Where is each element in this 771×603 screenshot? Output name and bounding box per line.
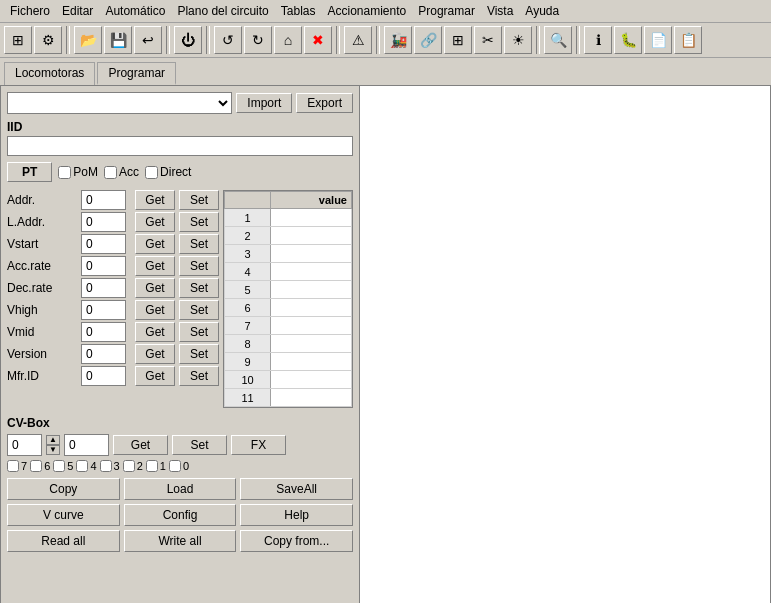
cvbox-num-input[interactable] [7, 434, 42, 456]
menu-ayuda[interactable]: Ayuda [519, 2, 565, 20]
load-button[interactable]: Load [124, 478, 237, 500]
toolbar-btn-folder[interactable]: 📂 [74, 26, 102, 54]
toolbar-btn-power[interactable]: ⏻ [174, 26, 202, 54]
toolbar-btn-cut[interactable]: ✂ [474, 26, 502, 54]
cv-get-button[interactable]: Get [135, 344, 175, 364]
cv-set-button[interactable]: Set [179, 322, 219, 342]
toolbar-btn-2[interactable]: ⚙ [34, 26, 62, 54]
toolbar-btn-loco[interactable]: 🚂 [384, 26, 412, 54]
table-row[interactable]: 6 [225, 299, 352, 317]
cv-get-button[interactable]: Get [135, 366, 175, 386]
toolbar-btn-info[interactable]: ℹ [584, 26, 612, 54]
menu-fichero[interactable]: Fichero [4, 2, 56, 20]
bit-checkbox[interactable] [169, 460, 181, 472]
menu-automatico[interactable]: Automático [99, 2, 171, 20]
bit-checkbox[interactable] [146, 460, 158, 472]
bit-checkbox[interactable] [123, 460, 135, 472]
cvbox-get-button[interactable]: Get [113, 435, 168, 455]
tab-programar[interactable]: Programar [97, 62, 176, 85]
acc-checkbox-label[interactable]: Acc [104, 165, 139, 179]
cv-set-button[interactable]: Set [179, 344, 219, 364]
menu-programar[interactable]: Programar [412, 2, 481, 20]
menu-vista[interactable]: Vista [481, 2, 519, 20]
bit-label[interactable]: 4 [76, 460, 96, 472]
cv-get-button[interactable]: Get [135, 212, 175, 232]
saveall-button[interactable]: SaveAll [240, 478, 353, 500]
bit-label[interactable]: 0 [169, 460, 189, 472]
table-row[interactable]: 5 [225, 281, 352, 299]
import-button[interactable]: Import [236, 93, 292, 113]
toolbar-btn-save[interactable]: 💾 [104, 26, 132, 54]
bit-label[interactable]: 5 [53, 460, 73, 472]
cv-get-button[interactable]: Get [135, 234, 175, 254]
vcurve-button[interactable]: V curve [7, 504, 120, 526]
toolbar-btn-search[interactable]: 🔍 [544, 26, 572, 54]
toolbar-btn-link[interactable]: 🔗 [414, 26, 442, 54]
cv-param-input[interactable] [81, 300, 126, 320]
config-button[interactable]: Config [124, 504, 237, 526]
cv-set-button[interactable]: Set [179, 212, 219, 232]
acc-checkbox[interactable] [104, 166, 117, 179]
toolbar-btn-doc2[interactable]: 📋 [674, 26, 702, 54]
bit-checkbox[interactable] [30, 460, 42, 472]
cv-param-input[interactable] [81, 322, 126, 342]
cv-set-button[interactable]: Set [179, 366, 219, 386]
table-row[interactable]: 8 [225, 335, 352, 353]
table-row[interactable]: 4 [225, 263, 352, 281]
cv-param-input[interactable] [81, 366, 126, 386]
cvbox-val-input[interactable] [64, 434, 109, 456]
table-row[interactable]: 11 [225, 389, 352, 407]
tab-locomotoras[interactable]: Locomotoras [4, 62, 95, 85]
toolbar-btn-1[interactable]: ⊞ [4, 26, 32, 54]
toolbar-btn-undo[interactable]: ↩ [134, 26, 162, 54]
bit-checkbox[interactable] [7, 460, 19, 472]
bit-label[interactable]: 1 [146, 460, 166, 472]
bit-checkbox[interactable] [53, 460, 65, 472]
spin-up[interactable]: ▲ [46, 435, 60, 445]
cv-param-input[interactable] [81, 212, 126, 232]
cv-set-button[interactable]: Set [179, 234, 219, 254]
cv-set-button[interactable]: Set [179, 190, 219, 210]
toolbar-btn-home[interactable]: ⌂ [274, 26, 302, 54]
toolbar-btn-sun[interactable]: ☀ [504, 26, 532, 54]
cv-set-button[interactable]: Set [179, 278, 219, 298]
help-button[interactable]: Help [240, 504, 353, 526]
iid-input[interactable] [7, 136, 353, 156]
bit-label[interactable]: 7 [7, 460, 27, 472]
bit-label[interactable]: 3 [100, 460, 120, 472]
cv-set-button[interactable]: Set [179, 256, 219, 276]
copy-button[interactable]: Copy [7, 478, 120, 500]
table-row[interactable]: 2 [225, 227, 352, 245]
cv-get-button[interactable]: Get [135, 322, 175, 342]
copyfrom-button[interactable]: Copy from... [240, 530, 353, 552]
cv-param-input[interactable] [81, 278, 126, 298]
cv-dropdown[interactable] [7, 92, 232, 114]
bit-label[interactable]: 2 [123, 460, 143, 472]
bit-checkbox[interactable] [100, 460, 112, 472]
table-row[interactable]: 1 [225, 209, 352, 227]
toolbar-btn-stop[interactable]: ✖ [304, 26, 332, 54]
toolbar-btn-warn[interactable]: ⚠ [344, 26, 372, 54]
menu-accionamiento[interactable]: Accionamiento [321, 2, 412, 20]
cv-get-button[interactable]: Get [135, 278, 175, 298]
table-row[interactable]: 7 [225, 317, 352, 335]
menu-plano[interactable]: Plano del circuito [171, 2, 274, 20]
export-button[interactable]: Export [296, 93, 353, 113]
cv-param-input[interactable] [81, 256, 126, 276]
cvbox-spinner[interactable]: ▲ ▼ [46, 435, 60, 455]
spin-down[interactable]: ▼ [46, 445, 60, 455]
cv-get-button[interactable]: Get [135, 190, 175, 210]
pt-button[interactable]: PT [7, 162, 52, 182]
menu-editar[interactable]: Editar [56, 2, 99, 20]
cvbox-set-button[interactable]: Set [172, 435, 227, 455]
cv-get-button[interactable]: Get [135, 300, 175, 320]
table-row[interactable]: 3 [225, 245, 352, 263]
bit-checkbox[interactable] [76, 460, 88, 472]
cv-param-input[interactable] [81, 234, 126, 254]
pom-checkbox-label[interactable]: PoM [58, 165, 98, 179]
toolbar-btn-redo1[interactable]: ↺ [214, 26, 242, 54]
pom-checkbox[interactable] [58, 166, 71, 179]
menu-tablas[interactable]: Tablas [275, 2, 322, 20]
table-row[interactable]: 9 [225, 353, 352, 371]
bit-label[interactable]: 6 [30, 460, 50, 472]
